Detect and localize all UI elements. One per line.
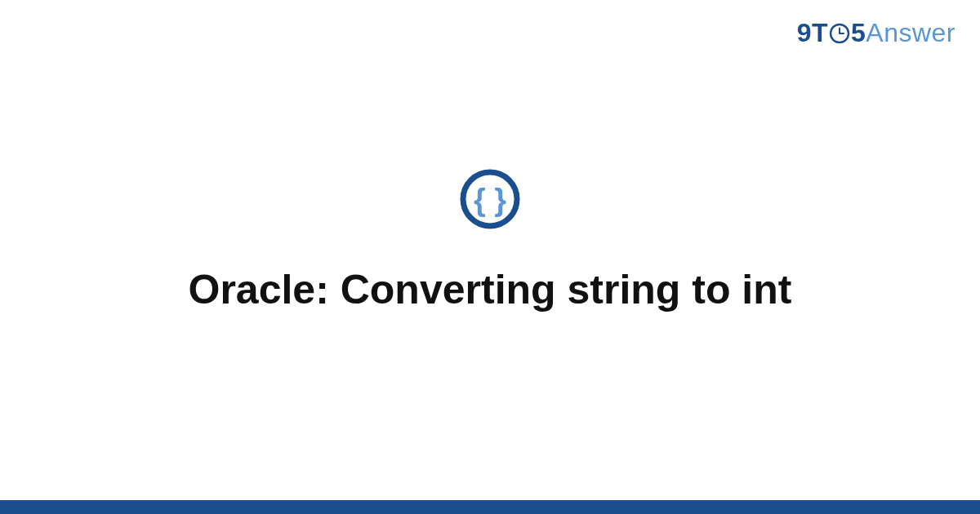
svg-text:{ }: { } [474, 183, 506, 217]
code-braces-icon: { } [459, 168, 521, 233]
page-title: Oracle: Converting string to int [156, 266, 825, 313]
bottom-accent-bar [0, 500, 980, 514]
main-content: { } Oracle: Converting string to int [0, 0, 980, 514]
